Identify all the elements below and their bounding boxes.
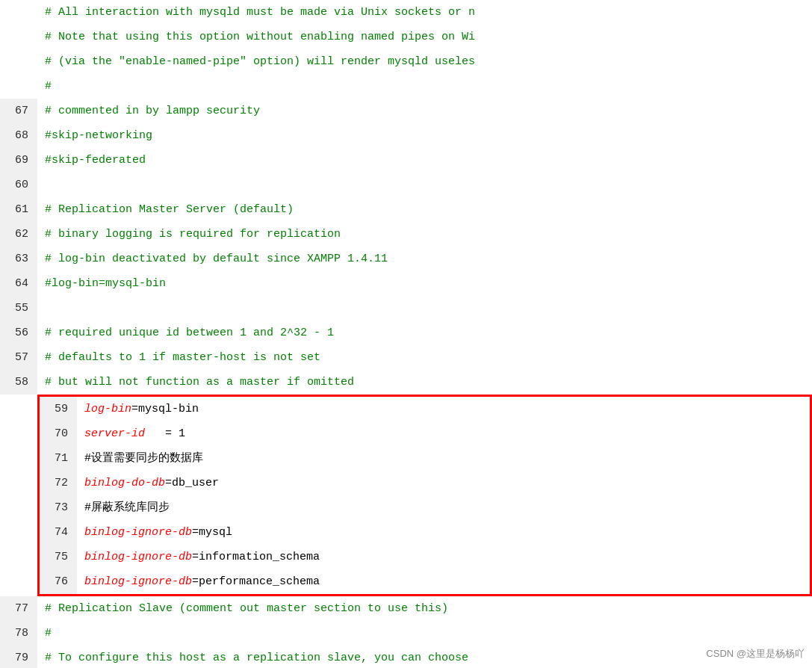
code-line-59: 59 log-bin=mysql-bin — [40, 397, 810, 421]
line-content: #skip-federated — [37, 148, 812, 173]
line-content: # Replication Slave (comment out master … — [37, 596, 812, 621]
code-line-76: 76 binlog-ignore-db=performance_schema — [40, 569, 810, 594]
line-number: 55 — [0, 296, 37, 321]
line-content: binlog-ignore-db=mysql — [77, 520, 810, 545]
code-line-79: 79 # To configure this host as a replica… — [0, 646, 812, 668]
line-content: #log-bin=mysql-bin — [37, 271, 812, 296]
line-number: 75 — [40, 545, 77, 569]
value-binlog-ignore-db-1: =mysql — [192, 526, 232, 539]
highlighted-block: 59 log-bin=mysql-bin 70 server-id = 1 71… — [37, 395, 812, 596]
value-server-id: = 1 — [145, 427, 185, 440]
line-number: 76 — [40, 569, 77, 594]
line-number: 57 — [0, 345, 37, 370]
line-content: #skip-networking — [37, 123, 812, 148]
keyword-binlog-do-db: binlog-do-db — [84, 477, 165, 489]
line-number: 56 — [0, 321, 37, 345]
line-content: binlog-ignore-db=information_schema — [77, 545, 810, 569]
line-content: # log-bin deactivated by default since X… — [37, 247, 812, 271]
line-content: # defaults to 1 if master-host is not se… — [37, 345, 812, 370]
code-line-78: 78 # — [0, 621, 812, 646]
line-content: #设置需要同步的数据库 — [77, 446, 810, 471]
code-line-top3: # (via the "enable-named-pipe" option) w… — [0, 49, 812, 74]
line-content: #屏蔽系统库同步 — [77, 495, 810, 520]
code-line-70: 70 server-id = 1 — [40, 421, 810, 446]
line-content: # but will not function as a master if o… — [37, 370, 812, 395]
code-line-58: 58 # but will not function as a master i… — [0, 370, 812, 395]
line-number: 62 — [0, 222, 37, 247]
code-line-55: 55 — [0, 296, 812, 321]
line-content: # All interaction with mysqld must be ma… — [37, 0, 812, 25]
keyword-binlog-ignore-db-3: binlog-ignore-db — [84, 575, 192, 588]
line-content: # — [37, 621, 812, 646]
code-line-74: 74 binlog-ignore-db=mysql — [40, 520, 810, 545]
code-line-73: 73 #屏蔽系统库同步 — [40, 495, 810, 520]
line-content: binlog-ignore-db=performance_schema — [77, 569, 810, 594]
code-line-60: 60 — [0, 173, 812, 197]
line-number: 78 — [0, 621, 37, 646]
line-number: 79 — [0, 646, 37, 668]
code-line-56: 56 # required unique id between 1 and 2^… — [0, 321, 812, 345]
line-number: 70 — [40, 421, 77, 446]
code-line-64: 64 #log-bin=mysql-bin — [0, 271, 812, 296]
value-binlog-ignore-db-2: =information_schema — [192, 551, 320, 563]
line-content: # (via the "enable-named-pipe" option) w… — [37, 49, 812, 74]
code-line-57: 57 # defaults to 1 if master-host is not… — [0, 345, 812, 370]
line-content: server-id = 1 — [77, 421, 810, 446]
keyword-server-id: server-id — [84, 427, 145, 440]
watermark-text: CSDN @这里是杨杨吖 — [706, 647, 805, 661]
code-line-71: 71 #设置需要同步的数据库 — [40, 446, 810, 471]
code-line-68: 68 #skip-networking — [0, 123, 812, 148]
line-content: binlog-do-db=db_user — [77, 471, 810, 495]
code-line-top4: # — [0, 74, 812, 99]
keyword-binlog-ignore-db-2: binlog-ignore-db — [84, 551, 192, 563]
line-number: 73 — [40, 495, 77, 520]
line-content: # binary logging is required for replica… — [37, 222, 812, 247]
code-line-62: 62 # binary logging is required for repl… — [0, 222, 812, 247]
value-log-bin: =mysql-bin — [131, 403, 199, 415]
line-content: # commented in by lampp security — [37, 99, 812, 123]
line-number: 71 — [40, 446, 77, 471]
line-number: 63 — [0, 247, 37, 271]
keyword-binlog-ignore-db-1: binlog-ignore-db — [84, 526, 192, 539]
code-line-top2: # Note that using this option without en… — [0, 25, 812, 49]
value-binlog-do-db: =db_user — [165, 477, 219, 489]
line-content: # Replication Master Server (default) — [37, 197, 812, 222]
code-line-72: 72 binlog-do-db=db_user — [40, 471, 810, 495]
line-number: 67 — [0, 99, 37, 123]
code-line-61: 61 # Replication Master Server (default) — [0, 197, 812, 222]
code-editor: # All interaction with mysqld must be ma… — [0, 0, 812, 668]
code-line-top1: # All interaction with mysqld must be ma… — [0, 0, 812, 25]
value-binlog-ignore-db-3: =performance_schema — [192, 575, 320, 588]
line-number: 74 — [40, 520, 77, 545]
line-content: log-bin=mysql-bin — [77, 397, 810, 421]
line-content: # Note that using this option without en… — [37, 25, 812, 49]
code-line-63: 63 # log-bin deactivated by default sinc… — [0, 247, 812, 271]
keyword-log-bin: log-bin — [84, 403, 131, 415]
line-number: 69 — [0, 148, 37, 173]
line-number: 77 — [0, 596, 37, 621]
line-number: 72 — [40, 471, 77, 495]
code-line-75: 75 binlog-ignore-db=information_schema — [40, 545, 810, 569]
line-number: 64 — [0, 271, 37, 296]
line-number: 58 — [0, 370, 37, 395]
line-number: 60 — [0, 173, 37, 197]
code-line-69: 69 #skip-federated — [0, 148, 812, 173]
line-content: # — [37, 74, 812, 99]
line-number: 68 — [0, 123, 37, 148]
line-number: 61 — [0, 197, 37, 222]
line-content: # required unique id between 1 and 2^32 … — [37, 321, 812, 345]
code-line-77: 77 # Replication Slave (comment out mast… — [0, 596, 812, 621]
code-line-67: 67 # commented in by lampp security — [0, 99, 812, 123]
line-content: # To configure this host as a replicatio… — [37, 646, 812, 668]
line-number: 59 — [40, 397, 77, 421]
